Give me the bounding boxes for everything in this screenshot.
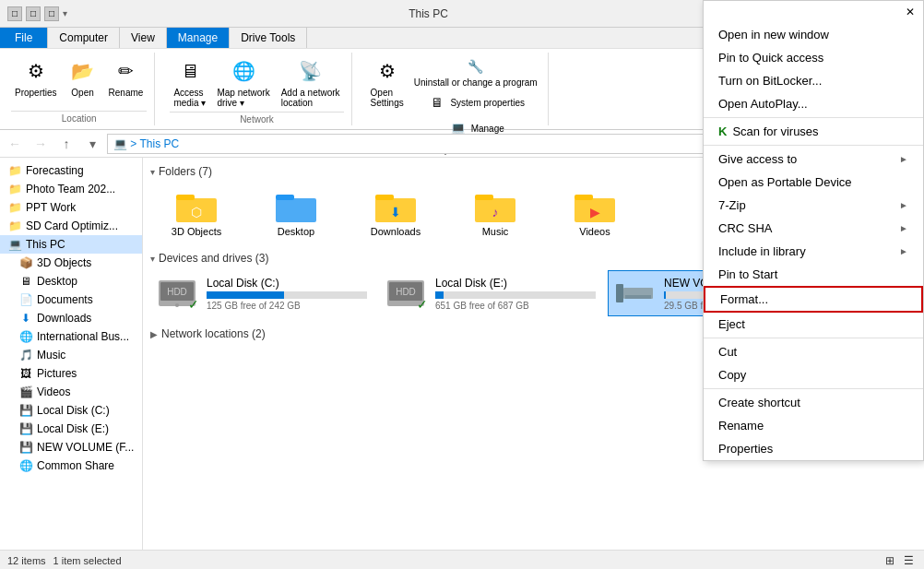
folder-item-desktop[interactable]: Desktop (250, 184, 342, 241)
drives-label: Devices and drives (3) (159, 252, 268, 265)
sidebar-item-international[interactable]: 🌐 International Bus... (0, 327, 142, 346)
access-media-button[interactable]: 🖥 Accessmedia ▾ (170, 54, 209, 110)
sidebar-item-music[interactable]: 🎵 Music (0, 346, 142, 364)
item-count: 12 items (7, 555, 46, 566)
sidebar-item-3dobjects[interactable]: 📦 3D Objects (0, 254, 142, 272)
give-access-arrow: ► (899, 154, 908, 164)
folder-item-3dobjects[interactable]: ⬡ 3D Objects (150, 184, 243, 241)
drives-chevron: ▾ (150, 254, 155, 264)
sidebar-label-music: Music (37, 349, 65, 362)
breadcrumb-thispc[interactable]: 💻 > This PC (113, 137, 179, 150)
library-arrow: ► (899, 246, 908, 256)
sidebar-item-new-volume[interactable]: 💾 NEW VOLUME (F... (0, 438, 142, 456)
ctx-bitlocker[interactable]: Turn on BitLocker... (704, 69, 923, 92)
crc-arrow: ► (899, 223, 908, 233)
ctx-open-new-window[interactable]: Open in new window (704, 23, 923, 46)
open-settings-button[interactable]: ⚙ OpenSettings (367, 54, 408, 110)
up-button[interactable]: ↑ (55, 133, 77, 155)
common-icon: 🌐 (18, 458, 33, 473)
ribbon-system-buttons: ⚙ OpenSettings 🔧 Uninstall or change a p… (367, 54, 540, 140)
open-icon: 📂 (68, 56, 98, 86)
folder-img-videos: ▶ (573, 187, 617, 224)
sidebar-item-local-c[interactable]: 💾 Local Disk (C:) (0, 401, 142, 420)
address-path[interactable]: 💻 > This PC (107, 134, 751, 154)
ctx-copy[interactable]: Copy (704, 363, 923, 386)
context-close-button[interactable]: ✕ (901, 3, 919, 21)
ctx-give-access[interactable]: Give access to ► (704, 148, 923, 171)
sidebar-item-videos[interactable]: 🎬 Videos (0, 383, 142, 401)
folders-label: Folders (7) (159, 165, 212, 178)
ctx-7zip[interactable]: 7-Zip ► (704, 194, 923, 217)
properties-button[interactable]: ⚙ Properties (11, 54, 61, 100)
context-menu: ✕ Open in new window Pin to Quick access… (703, 0, 924, 461)
uninstall-button[interactable]: 🔧 Uninstall or change a program (411, 54, 540, 89)
svg-rect-21 (616, 284, 623, 302)
svg-text:▶: ▶ (590, 205, 600, 219)
ctx-rename[interactable]: Rename (704, 414, 923, 437)
folder-icon-photo: 📁 (7, 182, 22, 196)
sidebar-item-downloads[interactable]: ⬇ Downloads (0, 309, 142, 327)
sidebar-item-this-pc[interactable]: 💻 This PC (0, 235, 142, 254)
drive-free-c: 125 GB free of 242 GB (207, 301, 367, 311)
tab-drive-tools[interactable]: Drive Tools (230, 28, 307, 48)
drive-icon-e: HDD ✓ (384, 275, 428, 312)
sidebar-label-thispc: This PC (26, 238, 65, 251)
forward-button[interactable]: → (30, 133, 52, 155)
svg-point-16 (175, 303, 179, 307)
rename-button[interactable]: ✏ Rename (105, 54, 148, 100)
back-button[interactable]: ← (4, 133, 26, 155)
3dobjects-icon: 📦 (18, 255, 33, 270)
drive-item-c[interactable]: HDD ✓ Local Disk (C:) 125 GB free of 242… (150, 270, 372, 316)
sidebar-item-desktop[interactable]: 🖥 Desktop (0, 272, 142, 290)
svg-text:⬇: ⬇ (390, 205, 401, 219)
list-view-icon[interactable]: ☰ (900, 552, 917, 569)
sidebar-item-photo-team[interactable]: 📁 Photo Team 202... (0, 180, 142, 198)
ctx-create-shortcut[interactable]: Create shortcut (704, 391, 923, 414)
sidebar-item-forecasting[interactable]: 📁 Forecasting (0, 161, 142, 180)
ctx-properties[interactable]: Properties (704, 437, 923, 460)
drive-info-c: Local Disk (C:) 125 GB free of 242 GB (207, 277, 367, 311)
ctx-format[interactable]: Format... (704, 286, 923, 313)
svg-text:♪: ♪ (492, 205, 499, 219)
ctx-scan-viruses[interactable]: K Scan for viruses (704, 120, 923, 143)
drive-bar-bg-c (207, 291, 367, 299)
ctx-pin-start[interactable]: Pin to Start (704, 263, 923, 286)
ctx-autoplay[interactable]: Open AutoPlay... (704, 92, 923, 115)
sidebar-item-common[interactable]: 🌐 Common Share (0, 456, 142, 475)
folder-img-music: ♪ (473, 187, 517, 224)
ctx-include-library[interactable]: Include in library ► (704, 240, 923, 263)
folder-label-downloads: Downloads (371, 226, 421, 237)
uninstall-icon: 🔧 (465, 55, 487, 77)
pictures-icon: 🖼 (18, 366, 33, 381)
system-properties-button[interactable]: 🖥 System properties (411, 90, 540, 114)
sys-props-icon: 🖥 (426, 91, 448, 113)
sidebar-item-documents[interactable]: 📄 Documents (0, 290, 142, 309)
drive-name-c: Local Disk (C:) (207, 277, 367, 290)
folder-icon-forecasting: 📁 (7, 163, 22, 178)
drive-item-e[interactable]: HDD ✓ Local Disk (E:) 651 GB free of 687… (379, 270, 600, 316)
location-label: Location (11, 111, 147, 124)
open-button[interactable]: 📂 Open (65, 54, 101, 100)
ctx-portable-device[interactable]: Open as Portable Device (704, 171, 923, 194)
sidebar-item-sd-card[interactable]: 📁 SD Card Optimiz... (0, 217, 142, 235)
map-network-drive-button[interactable]: 🌐 Map networkdrive ▾ (213, 54, 273, 110)
add-network-location-button[interactable]: 📡 Add a networklocation (278, 54, 344, 110)
grid-view-icon[interactable]: ⊞ (882, 552, 898, 569)
ctx-crc-sha[interactable]: CRC SHA ► (704, 217, 923, 240)
drive-name-e: Local Disk (E:) (435, 277, 596, 290)
folder-item-music[interactable]: ♪ Music (449, 184, 541, 241)
tab-file[interactable]: File (0, 28, 48, 48)
sidebar-item-ppt-work[interactable]: 📁 PPT Work (0, 198, 142, 217)
ctx-pin-quick-access[interactable]: Pin to Quick access (704, 46, 923, 69)
folder-item-videos[interactable]: ▶ Videos (549, 184, 641, 241)
folder-item-downloads[interactable]: ⬇ Downloads (349, 184, 442, 241)
tab-view[interactable]: View (120, 28, 167, 48)
tab-manage[interactable]: Manage (167, 28, 230, 48)
sidebar-item-pictures[interactable]: 🖼 Pictures (0, 364, 142, 383)
tab-computer[interactable]: Computer (48, 28, 120, 48)
ctx-cut[interactable]: Cut (704, 340, 923, 363)
sidebar-label-sd: SD Card Optimiz... (26, 219, 118, 232)
recent-locations-button[interactable]: ▾ (81, 133, 103, 155)
ctx-eject[interactable]: Eject (704, 313, 923, 336)
sidebar-item-local-e[interactable]: 💾 Local Disk (E:) (0, 420, 142, 438)
